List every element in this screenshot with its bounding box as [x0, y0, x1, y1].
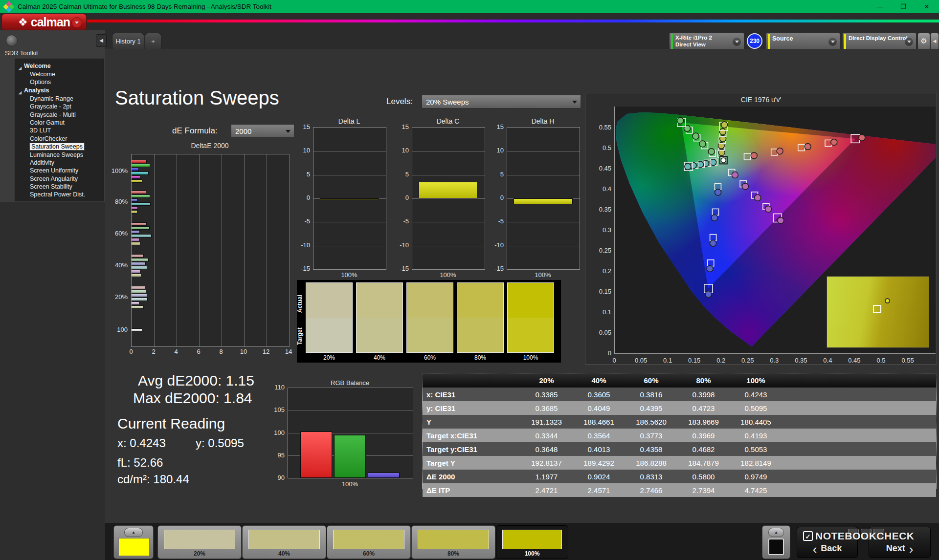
display-control-label: Direct Display Control: [849, 35, 908, 41]
table-cell: 0.9024: [573, 470, 625, 483]
delta_c-ytick: -10: [392, 241, 409, 249]
sidebar-item-3d-lut[interactable]: 3D LUT: [15, 127, 104, 134]
cie-xtick: 0: [604, 357, 624, 364]
maximize-button[interactable]: ❐: [892, 0, 915, 13]
patch-label: 100%: [496, 550, 568, 557]
sidebar-item-dynamic-range[interactable]: Dynamic Range: [15, 95, 104, 103]
meter-dropdown[interactable]: X-Rite i1Pro 2 Direct View: [669, 32, 744, 51]
sidebar-item-label: Saturation Sweeps: [30, 143, 84, 150]
table-cell-filler: [782, 401, 936, 415]
deltae-bar-80-4: [132, 206, 138, 210]
sidebar-item-grayscale-2pt[interactable]: Grayscale - 2pt: [15, 103, 104, 110]
sidebar-item-options[interactable]: Options: [15, 78, 104, 86]
calman-logo-text: calman: [31, 15, 70, 29]
table-row-x-cie31: x: CIE310.33850.36050.38160.39980.4243: [423, 388, 936, 401]
gridline: [154, 154, 155, 346]
calman-logo-icon: ❖: [18, 17, 28, 28]
sidebar-item-luminance-sweeps[interactable]: Luminance Sweeps: [15, 151, 104, 159]
table-cell: 186.8288: [625, 456, 677, 470]
table-row-target-y: Target Y192.8137189.4292186.8288184.7879…: [423, 456, 936, 470]
row-label: Target x:CIE31: [423, 429, 520, 442]
workflow-led-button[interactable]: [6, 35, 18, 46]
source-dropdown[interactable]: Source: [766, 32, 840, 51]
expand-up-button[interactable]: ▲: [768, 528, 784, 537]
gridline: [507, 151, 580, 151]
sidebar-item-label: Options: [30, 79, 51, 86]
expand-up-button[interactable]: ▲: [124, 528, 143, 537]
blackout-display-button[interactable]: [768, 538, 784, 555]
delta_h-xlabel: 100%: [507, 271, 579, 279]
display-control-dropdown[interactable]: Direct Display Control: [842, 32, 917, 51]
table-cell-filler: [782, 483, 936, 497]
close-button[interactable]: ✕: [916, 0, 938, 13]
patch-button-60[interactable]: 60%: [327, 525, 411, 559]
patch-button-100[interactable]: 100%: [496, 525, 568, 559]
minimize-button[interactable]: —: [869, 0, 891, 13]
table-cell: 180.4405: [730, 415, 782, 429]
patch-button-40[interactable]: 40%: [242, 525, 326, 559]
patch-chip: [418, 530, 489, 549]
sidebar-item-label: Screen Stability: [30, 183, 72, 190]
add-tab-button[interactable]: +: [145, 33, 161, 49]
delta_l-xlabel: 100%: [313, 271, 385, 279]
meter-count-badge: 230: [747, 33, 762, 49]
chevron-down-icon: [286, 130, 291, 133]
rgb-balance-chart: [288, 388, 413, 478]
gridline: [244, 154, 245, 346]
gridline: [313, 222, 386, 222]
patch-button-20[interactable]: 20%: [157, 525, 242, 559]
swatch-label: 40%: [356, 354, 403, 361]
rgb-balance-title: RGB Balance: [288, 379, 412, 387]
cie-ytick: 0.25: [591, 247, 611, 254]
patch-button-80[interactable]: 80%: [411, 525, 495, 559]
app-logo-icon: [4, 2, 14, 12]
gridline: [412, 222, 485, 222]
sidebar-item-grayscale-multi[interactable]: Grayscale - Multi: [15, 111, 104, 119]
deltae-xtick: 6: [191, 348, 206, 355]
table-cell-filler: [782, 456, 936, 470]
sidebar-item-additivity[interactable]: Additivity: [15, 159, 104, 167]
swatch-target: [457, 318, 503, 352]
table-cell: 183.9669: [677, 415, 730, 429]
table-cell: 189.4292: [573, 456, 625, 470]
cie-xtick: 0.4: [818, 357, 837, 364]
table-cell: 186.5620: [625, 415, 677, 429]
deltae-bar-100-4: [132, 175, 140, 179]
gridline: [177, 154, 177, 346]
sidebar-item-saturation-sweeps[interactable]: Saturation Sweeps: [15, 143, 104, 151]
de-formula-dropdown[interactable]: 2000: [231, 124, 294, 138]
actual-target-swatches: Actual Target 20%40%60%80%100%: [297, 280, 561, 363]
patch-chip: [333, 530, 404, 549]
sidebar-item-color-gamut[interactable]: Color Gamut: [15, 119, 104, 127]
sidebar-item-screen-uniformity[interactable]: Screen Uniformity: [15, 167, 104, 174]
sidebar-item-spectral-power-dist[interactable]: Spectral Power Dist.: [15, 191, 104, 198]
calman-menu-dropdown[interactable]: [71, 17, 82, 28]
deltae-bar-20-4: [132, 302, 139, 305]
sidebar-item-welcome[interactable]: Welcome: [15, 70, 104, 78]
delta_h-ytick: 15: [487, 123, 504, 130]
table-cell: 0.3605: [573, 388, 625, 401]
settings-gear-button[interactable]: ⚙: [917, 33, 930, 50]
deltae-group-label: 100%: [101, 167, 128, 174]
deltae-bar-60-4: [132, 238, 139, 241]
table-cell: 1.1977: [520, 470, 573, 483]
sidebar-item-screen-angularity[interactable]: Screen Angularity: [15, 175, 104, 183]
deltae-bar-60-3: [132, 234, 152, 237]
collapse-panel-button[interactable]: ◀: [930, 33, 939, 50]
table-header-cell: [423, 373, 520, 388]
levels-dropdown[interactable]: 20% Sweeps: [422, 95, 581, 108]
sidebar-item-colorchecker[interactable]: ColorChecker: [15, 135, 104, 143]
sidebar-item-screen-stability[interactable]: Screen Stability: [15, 183, 104, 191]
gridline: [267, 154, 267, 346]
inset-measured-point: [885, 298, 890, 303]
swatch-label: 20%: [306, 354, 353, 361]
chevron-down-icon: [905, 38, 913, 46]
tree-group-analysis[interactable]: ◢Analysis: [15, 86, 104, 95]
table-cell: 0.3344: [520, 429, 573, 442]
levels-value: 20% Sweeps: [426, 98, 469, 106]
table-cell-filler: [782, 388, 936, 401]
tree-group-welcome[interactable]: ◢Welcome: [15, 62, 104, 70]
tab-history-1[interactable]: History 1: [112, 33, 144, 49]
gridline: [313, 151, 386, 151]
sidebar-collapse-icon[interactable]: ◀: [96, 34, 107, 47]
